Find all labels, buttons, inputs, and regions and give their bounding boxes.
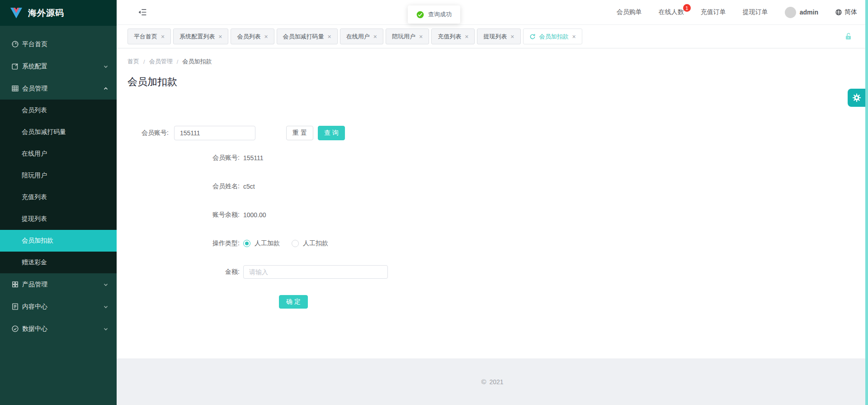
sidebar-menu: 平台首页 系统配置 会员管理 会员列表 会员加减打码量 在线用户 陪玩用户 充值… bbox=[0, 26, 117, 340]
dashboard-icon bbox=[11, 40, 19, 48]
amount-input[interactable] bbox=[243, 265, 388, 279]
close-icon[interactable]: × bbox=[264, 33, 268, 40]
tab-online-users[interactable]: 在线用户× bbox=[340, 29, 383, 44]
success-toast: 查询成功 bbox=[408, 5, 460, 24]
amount-row: 金额: bbox=[176, 265, 857, 279]
sidebar-subitem-code-amount[interactable]: 会员加减打码量 bbox=[0, 121, 117, 143]
sidebar-subitem-bonus[interactable]: 赠送彩金 bbox=[0, 252, 117, 273]
breadcrumb-separator: / bbox=[177, 58, 179, 65]
close-icon[interactable]: × bbox=[510, 33, 514, 40]
chevron-down-icon bbox=[103, 282, 108, 287]
tab-system-config-list[interactable]: 系统配置列表× bbox=[173, 29, 228, 44]
online-count-badge: 1 bbox=[683, 4, 691, 12]
name-label: 会员姓名: bbox=[176, 182, 240, 191]
tab-label: 会员加减打码量 bbox=[283, 33, 324, 41]
language-label: 简体 bbox=[844, 8, 857, 16]
withdraw-orders-link[interactable]: 提现订单 bbox=[743, 8, 768, 16]
app-title: 海外源码 bbox=[28, 7, 64, 19]
sidebar-item-member-management[interactable]: 会员管理 bbox=[0, 77, 117, 100]
gear-icon bbox=[852, 93, 862, 103]
page-title: 会员加扣款 bbox=[127, 75, 857, 89]
user-menu[interactable]: admin bbox=[785, 7, 818, 18]
account-value: 155111 bbox=[243, 154, 264, 162]
sidebar-item-content-center[interactable]: 内容中心 bbox=[0, 295, 117, 318]
sidebar-item-product-management[interactable]: 产品管理 bbox=[0, 273, 117, 295]
tab-label: 在线用户 bbox=[346, 33, 370, 41]
recharge-orders-link[interactable]: 充值订单 bbox=[701, 8, 726, 16]
sidebar-item-label: 产品管理 bbox=[22, 281, 47, 289]
info-row-name: 会员姓名: c5ct bbox=[176, 179, 857, 194]
radio-manual-add-label[interactable]: 人工加款 bbox=[255, 239, 280, 248]
toast-message: 查询成功 bbox=[428, 10, 452, 19]
globe-icon bbox=[835, 9, 842, 16]
tab-label: 平台首页 bbox=[134, 33, 157, 41]
tab-withdraw-list[interactable]: 提现列表× bbox=[477, 29, 520, 44]
sidebar-subitem-online-users[interactable]: 在线用户 bbox=[0, 143, 117, 165]
check-circle-icon bbox=[11, 325, 19, 333]
avatar bbox=[785, 7, 796, 18]
subitem-label: 充值列表 bbox=[22, 193, 47, 201]
subitem-label: 在线用户 bbox=[22, 150, 47, 158]
close-icon[interactable]: × bbox=[572, 33, 576, 40]
search-form-row: 会员账号: 重 置 查 询 bbox=[136, 126, 857, 140]
tab-member-list[interactable]: 会员列表× bbox=[231, 29, 274, 44]
copyright-icon: © bbox=[481, 378, 486, 386]
chevron-down-icon bbox=[103, 326, 108, 332]
breadcrumb-member-management[interactable]: 会员管理 bbox=[149, 57, 173, 66]
grid-icon bbox=[11, 281, 19, 288]
subitem-label: 提现列表 bbox=[22, 215, 47, 223]
online-count-link[interactable]: 在线人数 1 bbox=[659, 8, 684, 16]
reset-button[interactable]: 重 置 bbox=[286, 126, 313, 140]
tab-label: 会员加扣款 bbox=[539, 33, 569, 41]
tab-companion-users[interactable]: 陪玩用户× bbox=[386, 29, 429, 44]
tab-platform-home[interactable]: 平台首页× bbox=[127, 29, 171, 44]
radio-manual-deduct[interactable] bbox=[292, 240, 299, 247]
subitem-label: 陪玩用户 bbox=[22, 172, 47, 180]
sidebar-subitem-companion-users[interactable]: 陪玩用户 bbox=[0, 165, 117, 186]
sidebar-subitem-withdraw-list[interactable]: 提现列表 bbox=[0, 208, 117, 230]
subitem-label: 会员列表 bbox=[22, 106, 47, 114]
member-orders-link[interactable]: 会员购单 bbox=[617, 8, 642, 16]
operation-type-row: 操作类型: 人工加款 人工扣款 bbox=[176, 236, 857, 251]
settings-gear-button[interactable] bbox=[848, 89, 865, 107]
query-button[interactable]: 查 询 bbox=[318, 126, 345, 140]
amount-label: 金额: bbox=[176, 268, 240, 276]
breadcrumb-home[interactable]: 首页 bbox=[127, 57, 139, 66]
tab-recharge-list[interactable]: 充值列表× bbox=[431, 29, 475, 44]
close-icon[interactable]: × bbox=[218, 33, 222, 40]
chevron-up-icon bbox=[103, 86, 108, 91]
sidebar-item-label: 数据中心 bbox=[22, 325, 47, 333]
confirm-button[interactable]: 确 定 bbox=[279, 295, 308, 309]
account-label: 会员账号: bbox=[176, 154, 240, 162]
collapse-sidebar-icon[interactable] bbox=[138, 8, 147, 16]
radio-manual-deduct-label[interactable]: 人工扣款 bbox=[303, 239, 328, 248]
subitem-label: 会员加扣款 bbox=[22, 237, 53, 245]
logo-v-icon bbox=[10, 8, 22, 19]
sidebar-item-data-center[interactable]: 数据中心 bbox=[0, 318, 117, 340]
refresh-icon[interactable] bbox=[529, 33, 536, 40]
lock-tabs-button[interactable] bbox=[844, 32, 853, 41]
success-check-icon bbox=[416, 11, 424, 19]
account-search-input[interactable] bbox=[174, 126, 255, 140]
tab-member-funds-active[interactable]: 会员加扣款 × bbox=[523, 29, 582, 44]
subitem-label: 会员加减打码量 bbox=[22, 128, 66, 136]
close-icon[interactable]: × bbox=[161, 33, 165, 40]
tab-code-amount[interactable]: 会员加减打码量× bbox=[277, 29, 338, 44]
close-icon[interactable]: × bbox=[328, 33, 331, 40]
language-switcher[interactable]: 简体 bbox=[835, 8, 857, 16]
sidebar-subitem-member-funds-active[interactable]: 会员加扣款 bbox=[0, 230, 117, 252]
app-logo[interactable]: 海外源码 bbox=[0, 0, 117, 26]
close-icon[interactable]: × bbox=[465, 33, 468, 40]
sidebar-item-system-config[interactable]: 系统配置 bbox=[0, 55, 117, 77]
submit-row: 确 定 bbox=[176, 295, 857, 309]
sidebar-subitem-member-list[interactable]: 会员列表 bbox=[0, 100, 117, 121]
close-icon[interactable]: × bbox=[373, 33, 377, 40]
subitem-label: 赠送彩金 bbox=[22, 258, 47, 267]
sidebar-item-label: 系统配置 bbox=[22, 62, 47, 71]
close-icon[interactable]: × bbox=[419, 33, 423, 40]
sidebar-item-dashboard[interactable]: 平台首页 bbox=[0, 33, 117, 55]
tab-label: 充值列表 bbox=[438, 33, 461, 41]
radio-manual-add[interactable] bbox=[243, 240, 250, 247]
sidebar-subitem-recharge-list[interactable]: 充值列表 bbox=[0, 186, 117, 208]
online-count-label: 在线人数 bbox=[659, 8, 684, 15]
